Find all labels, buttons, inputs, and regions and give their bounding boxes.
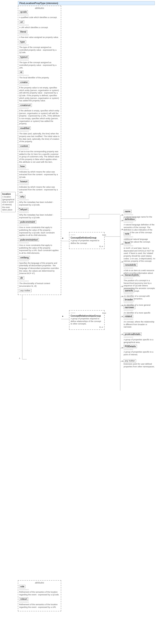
svg-marker-31 <box>122 243 123 244</box>
attr-dots-pubconstrainturi: ○○○○○○○○ <box>19 242 60 244</box>
attr-desc-literal: A free-text value assigned as property v… <box>19 36 60 39</box>
attr-pubconstraint: pubconstraint ○○○○○○○○ One or more const… <box>19 220 60 237</box>
attr-desc-id: The local identifier of the property. <box>19 76 60 79</box>
attr-dots-qcode: ○○○○○○○○ <box>19 14 60 16</box>
svg-marker-40 <box>122 360 123 362</box>
attr-dots-modified: ○○○○○○○○ <box>19 130 60 132</box>
attr-xmllang: xmllang ○○○○○○○○ Specifies the language … <box>19 256 60 275</box>
attr-name-literal: literal <box>19 30 27 34</box>
bottom-attributes-box: attributes role ○○○○○○○○ Refinement of t… <box>18 580 61 612</box>
svg-marker-34 <box>122 286 123 287</box>
attr-uri: uri ○○○○○○○○ A URI which identifies a co… <box>19 20 60 29</box>
attr-custom: custom ○○○○○○○○ If set to true the corre… <box>19 144 60 163</box>
prop-definition-block: definition ○○○○○○○○ A natural language d… <box>124 218 156 234</box>
attr-dots-dir: ○○○○○○○○ <box>19 280 60 282</box>
attr-name-why: why <box>19 195 26 198</box>
attr-dots-roleuri: ○○○○○○○○ <box>19 601 60 603</box>
prop-proareadetails-desc: A group of properties specific to a geog… <box>124 338 156 344</box>
concept-def-group-desc: A group of properties required to define… <box>71 240 103 244</box>
attr-desc-pubconstraint: One or more constraints that apply to pu… <box>19 226 60 237</box>
attr-why: why ○○○○○○○○ Why the metadata has been i… <box>19 195 60 206</box>
concept-rel-group-mult: 0..∞ <box>71 326 103 328</box>
prop-poidetails-block: POIDetails ○○○○○○○○ A group of propertie… <box>124 345 156 356</box>
attr-creator: creator ○○○○○○○○ If the property value i… <box>19 80 60 102</box>
attr-dir: dir ○○○○○○○○ The directionality of textu… <box>19 276 60 288</box>
attr-name-uri: uri <box>19 20 24 24</box>
attr-desc-type: The type of the concept assigned as cont… <box>19 46 60 54</box>
svg-marker-29 <box>122 220 123 221</box>
prop-proareadetails-block: proAreaDetails ○○○○○○○○ A group of prope… <box>124 332 156 344</box>
prop-related-label: related <box>124 315 133 318</box>
location-box: location A location (geographical area o… <box>1 192 15 212</box>
attr-dots-whyuri: ○○○○○○○○ <box>19 211 60 214</box>
prop-facet-desc: In NAR 1.8 and later, facet is deprecate… <box>124 247 156 263</box>
attr-typeuri: typeuri ○○○○○○○○ The type of the concept… <box>19 55 60 69</box>
attr-desc-dir: The directionality of textual content (e… <box>19 282 60 288</box>
concept-def-group: ○○○○ ConceptDefinitionGroup A group of p… <box>69 232 105 249</box>
attr-desc-howuri: Indicates by which means the value was e… <box>19 186 60 194</box>
attr-name-roleuri: roleuri <box>19 597 28 601</box>
prop-remoteinfo-label: remoteInfo <box>124 263 137 267</box>
location-title: location <box>2 193 14 195</box>
attr-desc-roleuri: Refinement of the semantics of the locat… <box>19 604 60 608</box>
prop-related-desc: An concept, where the relationship is di… <box>124 321 156 328</box>
svg-marker-35 <box>122 296 123 297</box>
prop-related-block: related ○○○○○○○○ An concept, where the r… <box>124 315 156 328</box>
attr-desc-creator: If the property value is not empty, spec… <box>19 86 60 102</box>
attr-dots-uri: ○○○○○○○○ <box>19 24 60 26</box>
attr-desc-why: Why the metadata has been included - exp… <box>19 201 60 206</box>
svg-marker-30 <box>122 229 123 230</box>
concept-rel-group-desc: A group of properties required to define… <box>71 318 103 325</box>
prop-narrower-label: narrower <box>124 306 135 309</box>
attr-name-creatoruri: creatoruri <box>19 104 32 107</box>
attributes-header: attributes <box>19 7 60 9</box>
attr-dots-role: ○○○○○○○○ <box>19 588 60 591</box>
attr-name-qcode: qcode <box>19 10 28 14</box>
prop-proareadetails-label: proAreaDetails <box>124 332 142 336</box>
attr-desc-whyuri: Why the metadata has been included - exp… <box>19 214 60 219</box>
attr-name-custom: custom <box>19 144 29 148</box>
prop-facet-label: facet <box>124 241 131 244</box>
attr-name-whyuri: whyuri <box>19 208 28 211</box>
attr-name-typeuri: typeuri <box>19 55 29 59</box>
attr-dots-custom: ○○○○○○○○ <box>19 148 60 150</box>
prop-hierarchyinfo-label: hierarchyInfo <box>124 273 140 277</box>
concept-rel-group: ○○○○ ConceptRelationshipsGroup A group o… <box>69 310 105 330</box>
prop-definition-label: definition <box>124 218 136 221</box>
attr-name-modified: modified <box>19 126 31 130</box>
concept-def-group-header: ○○○○ <box>71 234 103 236</box>
attr-name-type: type <box>19 40 26 44</box>
attr-dots-typeuri: ○○○○○○○○ <box>19 59 60 61</box>
svg-marker-37 <box>122 316 123 317</box>
attr-desc-uri: A URI which identifies a concept. <box>19 26 60 29</box>
attr-roleuri: roleuri ○○○○○○○○ Refinement of the seman… <box>19 597 60 608</box>
title-text: FlexLocationPropType (ntension) <box>19 2 58 4</box>
attr-dots-pubconstraint: ○○○○○○○○ <box>19 224 60 226</box>
attr-role: role ○○○○○○○○ Refinement of the semantic… <box>19 585 60 596</box>
attr-howuri: howuri ○○○○○○○○ Indicates by which means… <box>19 180 60 194</box>
attr-desc-custom: If set to true the corresponding propert… <box>19 150 60 163</box>
attr-whyuri: whyuri ○○○○○○○○ Why the metadata has bee… <box>19 208 60 219</box>
concept-rel-group-title: ConceptRelationshipsGroup <box>71 315 103 317</box>
attr-name-how: how <box>19 165 26 168</box>
def-group-mult-right: 0..∞ <box>102 234 106 236</box>
prop-name-label: name <box>124 210 132 213</box>
attr-name-id: id <box>19 70 23 74</box>
svg-marker-36 <box>122 304 123 306</box>
prop-note-label: note <box>124 232 131 236</box>
attr-creatoruri: creatoruri ○○○○○○○○ If the attribute is … <box>19 104 60 125</box>
attr-dots-creator: ○○○○○○○○ <box>19 84 60 86</box>
svg-marker-39 <box>122 347 123 348</box>
concept-def-group-title: ConceptDefinitionGroup <box>71 236 103 239</box>
concept-rel-group-header: ○○○○ <box>71 312 103 314</box>
attr-name-xmllang: xmllang <box>19 256 30 259</box>
location-desc: A location (geographical area or point o… <box>2 196 14 211</box>
concept-def-group-mult: 0..∞ <box>71 245 103 248</box>
prop-broader-label: broader <box>124 298 134 301</box>
attr-pubconstrainturi: pubconstrainturi ○○○○○○○○ One or more co… <box>19 238 60 254</box>
attr-desc-creatoruri: If the attribute is empty, specifies whi… <box>19 110 60 125</box>
attr-name-pubconstrainturi: pubconstrainturi <box>19 238 39 242</box>
attr-name-any-other: any #other <box>19 289 32 292</box>
attr-dots-literal: ○○○○○○○○ <box>19 34 60 36</box>
attr-dots-howuri: ○○○○○○○○ <box>19 184 60 186</box>
